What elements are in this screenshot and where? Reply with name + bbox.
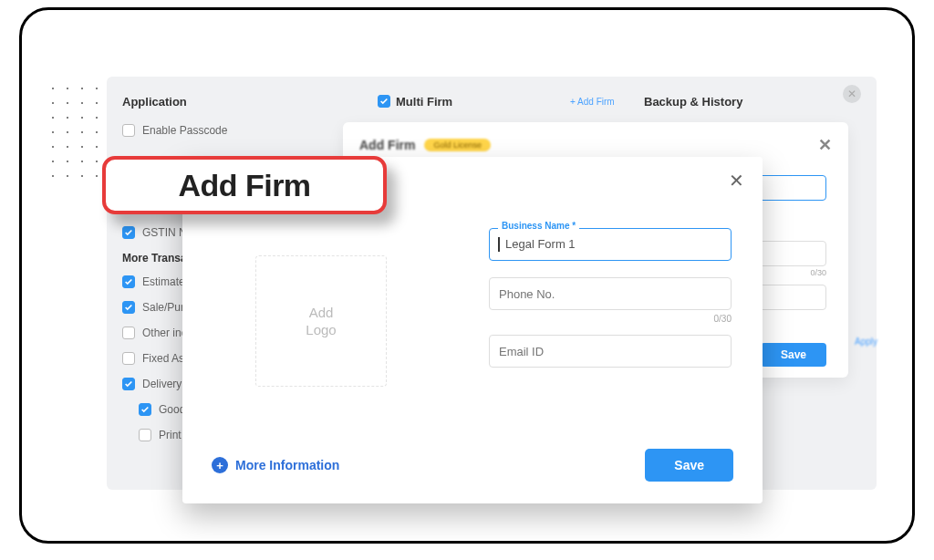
apply-link[interactable]: Apply	[855, 337, 877, 347]
firm-form: Business Name * Legal Form 1 0/30	[489, 228, 732, 384]
char-counter: 0/30	[489, 314, 732, 324]
phone-input[interactable]	[489, 277, 732, 310]
multi-firm-option[interactable]: Multi Firm	[378, 95, 452, 109]
more-information-toggle[interactable]: + More Information	[212, 457, 339, 473]
add-logo-area[interactable]: Add Logo	[255, 255, 387, 387]
add-firm-link[interactable]: + Add Firm	[570, 97, 615, 107]
plus-icon: +	[212, 457, 228, 473]
email-input[interactable]	[489, 335, 732, 368]
checkbox-icon	[139, 429, 151, 441]
close-icon[interactable]: ✕	[729, 170, 744, 192]
settings-header: Application Multi Firm + Add Firm Backup…	[122, 90, 861, 112]
char-counter: 0/30	[810, 268, 826, 277]
checkbox-icon	[122, 301, 135, 314]
add-logo-label: Add Logo	[306, 304, 336, 339]
business-name-value: Legal Form 1	[505, 237, 576, 251]
more-info-label: More Information	[235, 458, 339, 472]
email-field[interactable]	[489, 335, 732, 368]
business-name-field[interactable]: Business Name * Legal Form 1	[489, 228, 732, 261]
save-button[interactable]: Save	[645, 449, 733, 482]
checkbox-icon	[139, 403, 151, 416]
option-enable-passcode[interactable]: Enable Passcode	[122, 124, 314, 137]
option-label: Estimate/	[142, 275, 188, 288]
checkbox-icon	[122, 124, 135, 137]
section-backup: Backup & History	[644, 95, 742, 109]
section-application: Application	[122, 95, 187, 109]
business-name-label: Business Name *	[498, 221, 579, 231]
checkbox-icon	[378, 95, 390, 108]
highlight-callout: Add Firm	[102, 156, 387, 214]
app-frame: Application Multi Firm + Add Firm Backup…	[19, 7, 915, 544]
save-button-bg[interactable]: Save	[761, 343, 826, 367]
checkbox-icon	[122, 378, 135, 390]
option-label: Enable Passcode	[142, 124, 227, 137]
close-icon[interactable]: ✕	[843, 85, 861, 103]
checkbox-icon	[122, 327, 135, 339]
multi-firm-label: Multi Firm	[396, 95, 452, 109]
checkbox-icon	[122, 352, 135, 365]
highlight-title-text: Add Firm	[178, 168, 310, 203]
close-icon[interactable]: ✕	[818, 135, 832, 155]
checkbox-icon	[122, 275, 135, 288]
checkbox-icon	[122, 226, 135, 239]
phone-field[interactable]	[489, 277, 732, 310]
dialog-title: Add Firm	[359, 138, 415, 152]
license-badge: Gold License	[424, 139, 491, 151]
text-cursor	[498, 237, 500, 252]
